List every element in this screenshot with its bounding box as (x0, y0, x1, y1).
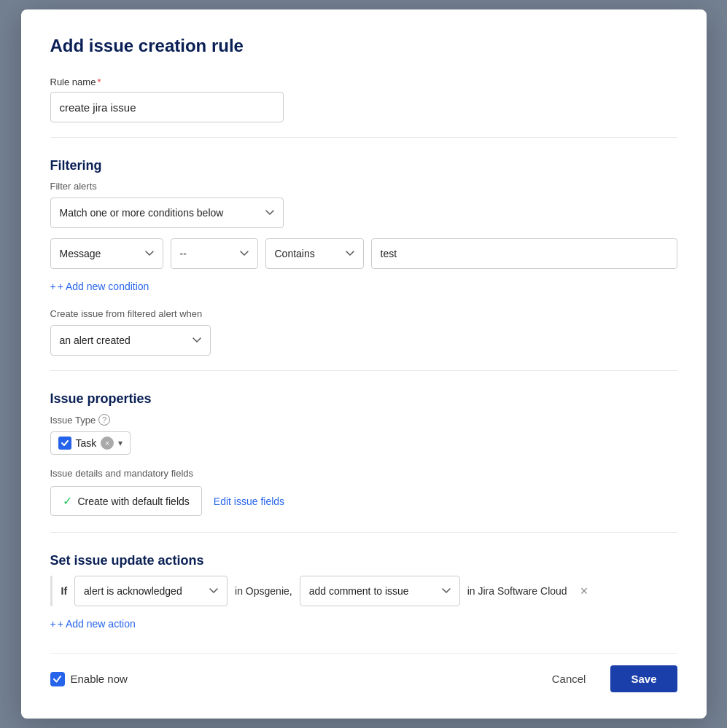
divider-3 (50, 532, 677, 533)
create-default-button[interactable]: ✓ Create with default fields (50, 486, 202, 516)
divider-2 (50, 370, 677, 371)
issue-type-row: Task × ▾ (50, 431, 677, 455)
if-label: If (61, 585, 68, 597)
update-actions-section: Set issue update actions If alert is ack… (50, 553, 677, 633)
issue-properties-title: Issue properties (50, 391, 677, 407)
issue-details-row: ✓ Create with default fields Edit issue … (50, 486, 677, 516)
task-label: Task (76, 437, 97, 449)
plus-action-icon: + (50, 618, 56, 630)
update-action-row: If alert is acknowledged alert is closed… (50, 576, 677, 606)
required-indicator: * (97, 77, 101, 87)
issue-type-label: Issue Type ? (50, 414, 677, 426)
issue-details-label: Issue details and mandatory fields (50, 468, 677, 479)
cancel-button[interactable]: Cancel (539, 665, 599, 692)
task-chevron-icon[interactable]: ▾ (118, 438, 123, 448)
enable-now-label: Enable now (71, 673, 128, 685)
condition-field-dropdown[interactable]: Message Priority Alias Entity Tags (50, 238, 163, 269)
enable-now-checkbox[interactable] (50, 672, 65, 686)
trigger-condition-dropdown[interactable]: alert is acknowledged alert is closed al… (74, 576, 228, 606)
add-action-button[interactable]: + + Add new action (50, 615, 136, 633)
rule-name-label: Rule name* (50, 77, 677, 87)
edit-fields-button[interactable]: Edit issue fields (214, 493, 284, 510)
condition-operator-dropdown[interactable]: -- equals contains starts with (171, 238, 258, 269)
plus-icon: + (50, 281, 56, 292)
help-icon[interactable]: ? (98, 414, 110, 426)
filter-alerts-label: Filter alerts (50, 181, 677, 192)
in-opsgenie-text: in Opsgenie, (235, 585, 292, 597)
condition-row: Message Priority Alias Entity Tags -- eq… (50, 238, 677, 269)
modal-title: Add issue creation rule (50, 36, 677, 56)
modal-overlay: Add issue creation rule Rule name* Filte… (0, 0, 727, 728)
update-actions-title: Set issue update actions (50, 553, 677, 568)
task-chip[interactable]: Task × ▾ (50, 431, 131, 455)
modal-dialog: Add issue creation rule Rule name* Filte… (21, 9, 707, 719)
divider-1 (50, 137, 677, 138)
add-condition-button[interactable]: + + Add new condition (50, 278, 149, 295)
rule-name-input[interactable] (50, 92, 284, 122)
action-type-dropdown[interactable]: add comment to issue close issue update … (300, 576, 460, 606)
filtering-section: Filtering Filter alerts Match one or mor… (50, 158, 677, 356)
issue-properties-section: Issue properties Issue Type ? Task × ▾ (50, 391, 677, 516)
rule-name-field: Rule name* (50, 77, 677, 122)
filtering-section-title: Filtering (50, 158, 677, 173)
check-icon: ✓ (63, 494, 72, 508)
task-clear-icon[interactable]: × (101, 437, 114, 450)
condition-contains-dropdown[interactable]: Contains Does not contain Equals (265, 238, 364, 269)
create-issue-label: Create issue from filtered alert when (50, 308, 677, 319)
modal-footer: Enable now Cancel Save (50, 653, 677, 692)
save-button[interactable]: Save (610, 665, 677, 692)
task-checkbox-icon (58, 437, 71, 450)
enable-now-row: Enable now (50, 672, 128, 686)
in-jira-text: in Jira Software Cloud (467, 585, 567, 597)
condition-value-input[interactable] (371, 238, 677, 269)
remove-action-button[interactable]: × (578, 584, 591, 599)
filter-type-dropdown[interactable]: Match one or more conditions below Match… (50, 197, 284, 228)
alert-trigger-dropdown[interactable]: an alert created alert is acknowledged a… (50, 325, 211, 356)
